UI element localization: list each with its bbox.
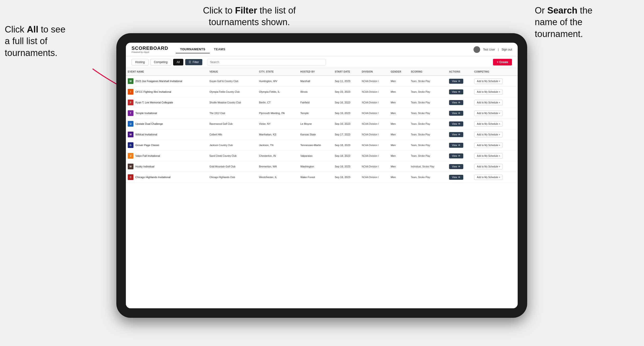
cell-gender-8: Men xyxy=(389,161,409,172)
table-row: T Temple Invitational The 1912 Club Plym… xyxy=(126,108,518,119)
view-button-3[interactable]: View 👁 xyxy=(449,111,463,116)
cell-scoring-9: Team, Stroke Play xyxy=(409,172,447,182)
col-actions: ACTIONS xyxy=(447,68,472,76)
cell-venue-5: Colbert Hills xyxy=(208,129,257,140)
table-body: M 2023 Joe Feaganes Marshall Invitationa… xyxy=(126,76,518,182)
event-name-text-2: Ryan T. Lee Memorial Collegiate xyxy=(135,101,173,104)
col-hosted-by: HOSTED BY xyxy=(298,68,333,76)
search-input[interactable] xyxy=(207,59,326,65)
app-logo: SCOREBOARD xyxy=(132,45,168,51)
cell-venue-7: Sand Creek Country Club xyxy=(208,151,257,161)
table-header-row: EVENT NAME VENUE CITY, STATE HOSTED BY S… xyxy=(126,68,518,76)
cell-division-7: NCAA Division I xyxy=(360,151,389,161)
add-schedule-button-1[interactable]: Add to My Schedule + xyxy=(474,89,503,95)
competing-tab[interactable]: Competing xyxy=(150,59,171,65)
add-schedule-button-9[interactable]: Add to My Schedule + xyxy=(474,174,503,180)
toolbar: Hosting Competing All ☰ Filter + Create xyxy=(126,56,518,68)
nav-tab-tournaments[interactable]: TOURNAMENTS xyxy=(176,45,210,53)
cell-competing-7: Add to My Schedule + xyxy=(472,151,518,161)
col-gender: GENDER xyxy=(389,68,409,76)
team-logo-3: T xyxy=(128,110,134,116)
view-button-8[interactable]: View 👁 xyxy=(449,164,463,169)
hosting-tab[interactable]: Hosting xyxy=(132,59,148,65)
cell-hosted-8: Washington xyxy=(298,161,333,172)
cell-actions-4: View 👁 xyxy=(447,119,472,129)
view-button-1[interactable]: View 👁 xyxy=(449,89,463,94)
logo-area: SCOREBOARD Powered by clippd xyxy=(132,45,168,53)
app-header: SCOREBOARD Powered by clippd TOURNAMENTS… xyxy=(126,43,518,56)
cell-division-9: NCAA Division I xyxy=(360,172,389,182)
cell-scoring-6: Team, Stroke Play xyxy=(409,140,447,151)
annotation-top-center: Click to Filter the list oftournaments s… xyxy=(166,5,332,28)
view-button-4[interactable]: View 👁 xyxy=(449,121,463,126)
cell-event-name-3: T Temple Invitational xyxy=(126,108,208,119)
cell-hosted-9: Wake Forest xyxy=(298,172,333,182)
cell-city-4: Victor, NY xyxy=(257,119,298,129)
cell-actions-5: View 👁 xyxy=(447,129,472,140)
cell-competing-3: Add to My Schedule + xyxy=(472,108,518,119)
add-schedule-button-3[interactable]: Add to My Schedule + xyxy=(474,111,503,116)
cell-hosted-6: Tennessee-Martin xyxy=(298,140,333,151)
cell-hosted-4: Le Moyne xyxy=(298,119,333,129)
view-button-7[interactable]: View 👁 xyxy=(449,154,463,159)
signout-link[interactable]: Sign out xyxy=(502,48,512,51)
cell-scoring-4: Team, Stroke Play xyxy=(409,119,447,129)
eye-icon-4: 👁 xyxy=(458,123,460,125)
cell-gender-4: Men xyxy=(389,119,409,129)
view-button-9[interactable]: View 👁 xyxy=(449,175,463,180)
create-button[interactable]: + Create xyxy=(493,59,512,65)
team-logo-4: U xyxy=(128,121,134,127)
table-row: M 2023 Joe Feaganes Marshall Invitationa… xyxy=(126,76,518,87)
cell-event-name-4: U Upstate Dual Challenge xyxy=(126,119,208,129)
event-name-text-9: Chicago Highlands Invitational xyxy=(135,176,170,178)
view-button-6[interactable]: View 👁 xyxy=(449,143,463,148)
filter-button[interactable]: ☰ Filter xyxy=(185,59,202,65)
cell-date-0: Sep 11, 2023 xyxy=(333,76,360,87)
cell-hosted-2: Fairfield xyxy=(298,97,333,108)
cell-hosted-7: Valparaiso xyxy=(298,151,333,161)
cell-gender-5: Men xyxy=(389,129,409,140)
eye-icon-7: 👁 xyxy=(458,155,460,157)
cell-division-8: NCAA Division I xyxy=(360,161,389,172)
cell-division-4: NCAA Division I xyxy=(360,119,389,129)
add-schedule-button-2[interactable]: Add to My Schedule + xyxy=(474,100,503,105)
cell-competing-0: Add to My Schedule + xyxy=(472,76,518,87)
all-tab[interactable]: All xyxy=(173,59,183,65)
table-row: U Upstate Dual Challenge Ravenwood Golf … xyxy=(126,119,518,129)
team-logo-7: V xyxy=(128,153,134,159)
cell-gender-9: Men xyxy=(389,172,409,182)
nav-tab-teams[interactable]: TEAMS xyxy=(210,45,230,53)
cell-competing-4: Add to My Schedule + xyxy=(472,119,518,129)
add-schedule-button-8[interactable]: Add to My Schedule + xyxy=(474,164,503,169)
event-name-text-6: Grover Page Classic xyxy=(135,144,159,147)
cell-venue-6: Jackson Country Club xyxy=(208,140,257,151)
view-button-2[interactable]: View 👁 xyxy=(449,100,463,105)
cell-gender-1: Men xyxy=(389,87,409,97)
cell-event-name-0: M 2023 Joe Feaganes Marshall Invitationa… xyxy=(126,76,208,87)
cell-scoring-8: Individual, Stroke Play xyxy=(409,161,447,172)
team-logo-2: F xyxy=(128,100,134,105)
col-competing: COMPETING xyxy=(472,68,518,76)
cell-scoring-3: Team, Stroke Play xyxy=(409,108,447,119)
cell-date-7: Sep 18, 2023 xyxy=(333,151,360,161)
table-row: I OFCC Fighting Illini Invitational Olym… xyxy=(126,87,518,97)
add-schedule-button-6[interactable]: Add to My Schedule + xyxy=(474,143,503,148)
cell-competing-6: Add to My Schedule + xyxy=(472,140,518,151)
cell-event-name-1: I OFCC Fighting Illini Invitational xyxy=(126,87,208,97)
col-division: DIVISION xyxy=(360,68,389,76)
cell-gender-6: Men xyxy=(389,140,409,151)
cell-gender-0: Men xyxy=(389,76,409,87)
cell-gender-2: Men xyxy=(389,97,409,108)
view-button-5[interactable]: View 👁 xyxy=(449,132,463,137)
team-logo-5: W xyxy=(128,132,134,137)
cell-actions-0: View 👁 xyxy=(447,76,472,87)
view-button-0[interactable]: View 👁 xyxy=(449,79,463,84)
add-schedule-button-0[interactable]: Add to My Schedule + xyxy=(474,78,503,84)
eye-icon-6: 👁 xyxy=(458,144,460,147)
cell-city-1: Olympia Fields, IL xyxy=(257,87,298,97)
add-schedule-button-7[interactable]: Add to My Schedule + xyxy=(474,153,503,159)
cell-competing-2: Add to My Schedule + xyxy=(472,97,518,108)
add-schedule-button-4[interactable]: Add to My Schedule + xyxy=(474,121,503,127)
table-row: F Ryan T. Lee Memorial Collegiate Shuttl… xyxy=(126,97,518,108)
add-schedule-button-5[interactable]: Add to My Schedule + xyxy=(474,132,503,137)
